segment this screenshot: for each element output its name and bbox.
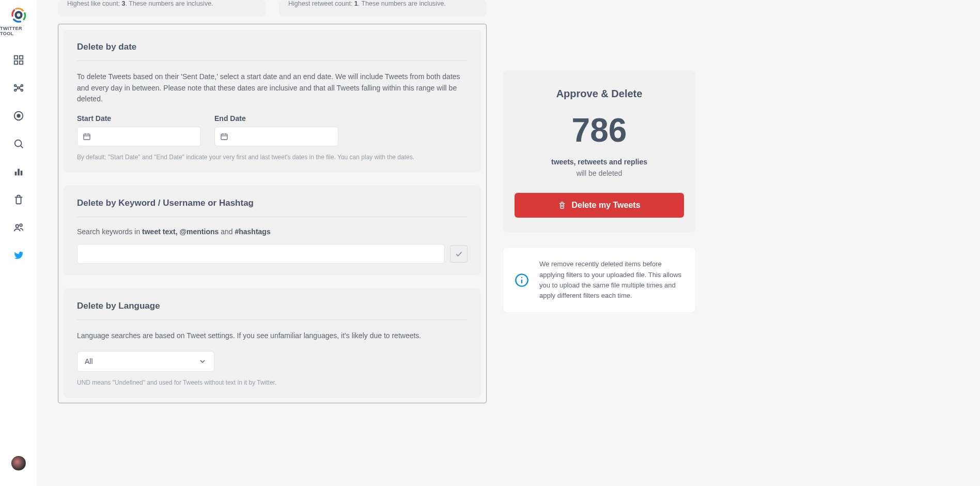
svg-point-10 — [21, 89, 23, 92]
main-nav — [12, 54, 25, 262]
end-date-label: End Date — [214, 114, 338, 123]
language-select[interactable]: All — [77, 351, 214, 372]
twitter-icon — [13, 250, 24, 261]
card-title-keyword: Delete by Keyword / Username or Hashtag — [77, 198, 468, 217]
likes-value: 3 — [122, 0, 126, 7]
nav-people[interactable] — [12, 221, 25, 234]
delete-my-tweets-button[interactable]: Delete my Tweets — [515, 193, 684, 218]
summary-line1: tweets, retweets and replies — [515, 158, 684, 166]
nav-stats[interactable] — [12, 165, 25, 178]
svg-point-1 — [17, 13, 20, 17]
sidebar: TWITTER TOOL — [0, 0, 37, 486]
summary-card: Approve & Delete 786 tweets, retweets an… — [503, 70, 695, 232]
svg-rect-5 — [19, 61, 22, 64]
network-icon — [13, 82, 24, 94]
brand-name: TWITTER TOOL — [0, 26, 37, 36]
bar-chart-icon — [13, 166, 24, 177]
language-selected-value: All — [85, 357, 93, 366]
start-date-input[interactable] — [77, 127, 201, 146]
calendar-icon — [220, 132, 228, 141]
keyword-confirm-button[interactable] — [450, 245, 468, 263]
summary-count: 786 — [515, 112, 684, 148]
card-delete-by-language: Delete by Language Language searches are… — [64, 288, 481, 398]
main-content: Highest like count: 3. These numbers are… — [37, 0, 980, 486]
start-date-label: Start Date — [77, 114, 201, 123]
svg-rect-21 — [20, 171, 22, 175]
svg-line-12 — [19, 86, 21, 87]
svg-point-6 — [18, 87, 20, 89]
svg-line-14 — [19, 88, 21, 90]
delete-button-label: Delete my Tweets — [571, 201, 640, 210]
svg-line-18 — [21, 146, 23, 148]
likes-suffix: . These numbers are inclusive. — [126, 0, 213, 7]
svg-line-13 — [16, 88, 18, 90]
target-icon — [13, 110, 24, 122]
card-hint-language: UND means "Undefined" and used for Tweet… — [77, 379, 468, 386]
svg-rect-4 — [14, 61, 17, 64]
chevron-down-icon — [198, 357, 207, 366]
card-delete-by-keyword: Delete by Keyword / Username or Hashtag … — [64, 186, 481, 275]
card-desc-date: To delete Tweets based on their 'Sent Da… — [77, 71, 468, 105]
nav-trash[interactable] — [12, 193, 25, 206]
info-icon — [515, 273, 529, 287]
summary-title: Approve & Delete — [515, 88, 684, 100]
keyword-input[interactable] — [77, 244, 445, 264]
likes-prefix: Highest like count: — [67, 0, 122, 7]
svg-rect-20 — [18, 169, 20, 176]
svg-point-34 — [521, 277, 522, 278]
svg-rect-24 — [84, 134, 90, 140]
summary-line2: will be deleted — [515, 169, 684, 177]
svg-line-11 — [16, 86, 18, 87]
card-hint-date: By default; "Start Date" and "End Date" … — [77, 154, 468, 161]
svg-rect-3 — [19, 56, 22, 59]
logo-icon — [10, 6, 27, 24]
nav-search[interactable] — [12, 138, 25, 150]
retweets-value: 1 — [354, 0, 358, 7]
svg-point-17 — [14, 140, 21, 147]
card-desc-language: Language searches are based on Tweet set… — [77, 330, 468, 342]
svg-point-16 — [17, 114, 20, 117]
svg-rect-2 — [14, 56, 17, 59]
brand-logo[interactable]: TWITTER TOOL — [0, 6, 37, 36]
trash-icon — [558, 201, 566, 209]
grid-icon — [13, 54, 24, 66]
svg-point-9 — [14, 89, 16, 92]
retweets-suffix: . These numbers are inclusive. — [358, 0, 446, 7]
nav-twitter[interactable] — [12, 249, 25, 262]
check-icon — [455, 250, 463, 258]
nav-record[interactable] — [12, 110, 25, 122]
trash-icon — [13, 194, 24, 205]
card-delete-by-date: Delete by date To delete Tweets based on… — [64, 29, 481, 172]
svg-rect-19 — [14, 172, 17, 175]
note-card: We remove recently deleted items before … — [503, 248, 695, 312]
filter-group: Delete by date To delete Tweets based on… — [58, 24, 487, 403]
svg-rect-28 — [221, 134, 227, 140]
people-icon — [13, 222, 24, 233]
nav-dashboard[interactable] — [12, 54, 25, 66]
svg-point-22 — [15, 225, 19, 228]
nav-network[interactable] — [12, 82, 25, 94]
note-text: We remove recently deleted items before … — [539, 259, 684, 301]
calendar-icon — [83, 132, 91, 141]
retweets-prefix: Highest retweet count: — [288, 0, 354, 7]
keyword-label: Search keywords in tweet text, @mentions… — [77, 227, 468, 236]
card-title-date: Delete by date — [77, 42, 468, 61]
end-date-input[interactable] — [214, 127, 338, 146]
likes-info-card: Highest like count: 3. These numbers are… — [58, 0, 266, 17]
retweets-info-card: Highest retweet count: 1. These numbers … — [279, 0, 487, 17]
card-title-language: Delete by Language — [77, 301, 468, 320]
avatar[interactable] — [11, 456, 26, 470]
svg-point-8 — [21, 85, 23, 87]
search-icon — [13, 138, 24, 149]
svg-point-23 — [20, 224, 22, 226]
svg-point-7 — [14, 85, 16, 87]
